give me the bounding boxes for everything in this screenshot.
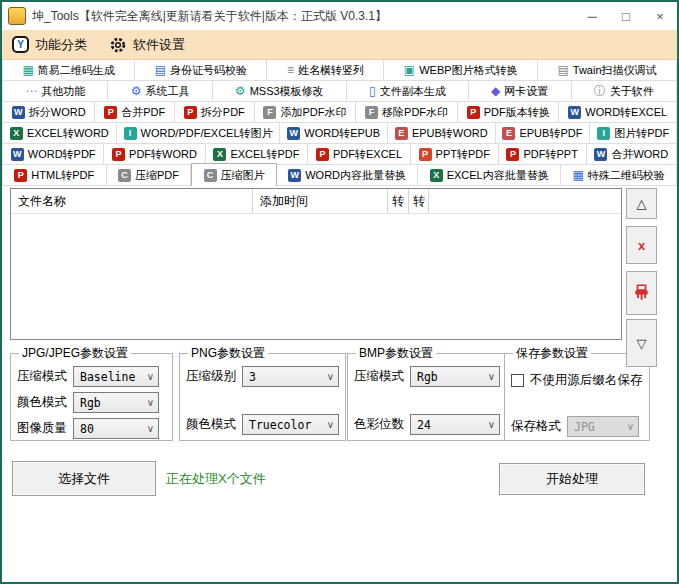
tab-excel-to-pdf[interactable]: XEXCEL转PDF	[206, 144, 309, 165]
move-down-button[interactable]: ▽	[626, 319, 657, 367]
clear-list-button[interactable]	[626, 271, 657, 315]
jpg-color-mode-select[interactable]: Rgb∨	[73, 392, 159, 413]
tab-word-to-epub[interactable]: WWORD转EPUB	[280, 123, 388, 144]
tab-label: PDF转PPT	[523, 147, 577, 162]
bmp-compress-mode-label: 压缩模式	[354, 368, 404, 385]
tab-remove-pdf-watermark[interactable]: F移除PDF水印	[356, 102, 458, 123]
toolbar-item-function-category[interactable]: Y 功能分类	[12, 36, 87, 54]
tab-simple-qr-generate[interactable]: ▦简易二维码生成	[2, 60, 135, 81]
tab-split-word[interactable]: W拆分WORD	[2, 102, 95, 123]
start-processing-label: 开始处理	[546, 470, 598, 488]
tab-split-pdf[interactable]: P拆分PDF	[175, 102, 255, 123]
tab-pdf-to-excel[interactable]: PPDF转EXCEL	[308, 144, 411, 165]
tab-merge-pdf[interactable]: P合并PDF	[95, 102, 175, 123]
pdf-icon: P	[112, 148, 125, 161]
titlebar: 坤_Tools【软件完全离线|更新请看关于软件|版本：正式版 V0.3.1】 ─…	[2, 2, 677, 30]
tab-word-batch-replace[interactable]: WWORD内容批量替换	[277, 165, 418, 186]
tab-excel-batch-replace[interactable]: XEXCEL内容批量替换	[418, 165, 561, 186]
checkbox-label: 不使用源后缀名保存	[530, 372, 643, 389]
field-row: 压缩模式Rgb∨	[354, 366, 500, 387]
tab-image-to-pdf[interactable]: I图片转PDF	[590, 123, 677, 144]
tab-pdf-to-ppt[interactable]: PPDF转PPT	[499, 144, 587, 165]
pdf-icon: P	[506, 148, 519, 161]
tab-merge-word[interactable]: W合并WORD	[587, 144, 677, 165]
tab-excel-to-word[interactable]: XEXCEL转WORD	[2, 123, 117, 144]
select-value: 24	[417, 418, 488, 432]
select-files-button[interactable]: 选择文件	[12, 461, 156, 496]
tab-office-to-image[interactable]: IWORD/PDF/EXCEL转图片	[117, 123, 281, 144]
jpg-image-quality-select[interactable]: 80∨	[73, 418, 159, 439]
pdf-icon: P	[184, 106, 197, 119]
tab-id-number-check[interactable]: ▤身份证号码校验	[135, 60, 267, 81]
bmp-compress-mode-select[interactable]: Rgb∨	[410, 366, 500, 387]
qr-code-icon: ▦	[572, 169, 583, 181]
tab-label: 合并PDF	[121, 105, 165, 120]
pdf-icon: P	[14, 169, 27, 182]
tab-html-to-pdf[interactable]: PHTML转PDF	[2, 165, 107, 186]
toolbar-item-software-settings[interactable]: 软件设置	[109, 36, 185, 54]
tab-word-to-excel[interactable]: WWORD转EXCEL	[559, 102, 677, 123]
word-icon: W	[568, 106, 581, 119]
tab-webp-format-convert[interactable]: ▣WEBP图片格式转换	[384, 60, 538, 81]
checkbox-unchecked-icon[interactable]	[511, 374, 524, 387]
column-header-convert2[interactable]: 转	[409, 189, 429, 213]
tab-other-functions[interactable]: ⋯其他功能	[2, 81, 108, 102]
app-window: 坤_Tools【软件完全离线|更新请看关于软件|版本：正式版 V0.3.1】 ─…	[0, 0, 679, 584]
field-row: 颜色模式Truecolor∨	[186, 414, 339, 435]
tab-system-tools[interactable]: ⚙系统工具	[108, 81, 212, 102]
column-header-convert1[interactable]: 转	[388, 189, 409, 213]
start-processing-button[interactable]: 开始处理	[499, 463, 645, 495]
pdf-icon: P	[316, 148, 329, 161]
tab-label: EPUB转WORD	[412, 126, 488, 141]
gear-icon: ⚙	[235, 85, 246, 97]
tab-about-software[interactable]: ⓘ关于软件	[572, 81, 677, 102]
chevron-down-icon: ∨	[488, 371, 495, 382]
tab-pdf-to-word[interactable]: PPDF转WORD	[104, 144, 205, 165]
tab-word-to-pdf[interactable]: WWORD转PDF	[2, 144, 104, 165]
tab-label: 特殊二维码校验	[588, 168, 665, 183]
close-button[interactable]: ×	[643, 2, 677, 30]
network-icon: ◆	[491, 85, 500, 97]
maximize-button[interactable]: □	[609, 2, 643, 30]
column-header-addtime[interactable]: 添加时间	[253, 189, 388, 213]
watermark-icon: F	[263, 106, 276, 119]
bmp-color-bits-select[interactable]: 24∨	[410, 414, 500, 435]
select-value: 3	[249, 370, 327, 384]
triangle-down-icon: ▽	[637, 336, 647, 351]
tab-pdf-version-convert[interactable]: PPDF版本转换	[458, 102, 560, 123]
remove-file-button[interactable]: x	[626, 226, 657, 264]
window-title: 坤_Tools【软件完全离线|更新请看关于软件|版本：正式版 V0.3.1】	[32, 8, 575, 25]
jpg-compress-mode-select[interactable]: Baseline∨	[73, 366, 159, 387]
tab-special-qr-check[interactable]: ▦特殊二维码校验	[561, 165, 677, 186]
tab-epub-to-pdf[interactable]: EEPUB转PDF	[496, 123, 591, 144]
tab-compress-pdf[interactable]: C压缩PDF	[107, 165, 192, 186]
tab-label: 文件副本生成	[380, 84, 446, 99]
minimize-button[interactable]: ─	[575, 2, 609, 30]
tab-name-horizontal-to-vertical[interactable]: ≡姓名横转竖列	[267, 60, 384, 81]
file-list-body[interactable]	[11, 214, 621, 339]
tab-add-pdf-watermark[interactable]: F添加PDF水印	[255, 102, 357, 123]
tab-twain-scanner-debug[interactable]: ▤Twain扫描仪调试	[538, 60, 677, 81]
png-compress-level-select[interactable]: 3∨	[242, 366, 339, 387]
column-header-filename[interactable]: 文件名称	[11, 189, 253, 213]
word-icon: W	[287, 127, 300, 140]
x-remove-icon: x	[638, 238, 645, 253]
save-format-select[interactable]: JPG ∨	[567, 416, 639, 437]
tab-label: EPUB转PDF	[519, 126, 582, 141]
tab-network-card-settings[interactable]: ◆网卡设置	[469, 81, 572, 102]
tab-label: Twain扫描仪调试	[573, 63, 657, 78]
gear-icon	[109, 36, 127, 54]
png-color-mode-label: 颜色模式	[186, 416, 236, 433]
move-up-button[interactable]: △	[626, 188, 657, 219]
tab-epub-to-word[interactable]: EEPUB转WORD	[388, 123, 496, 144]
tab-compress-image[interactable]: C压缩图片	[191, 163, 277, 186]
png-color-mode-select[interactable]: Truecolor∨	[242, 414, 339, 435]
tab-file-copy-generate[interactable]: ▯文件副本生成	[347, 81, 469, 102]
watermark-icon: F	[365, 106, 378, 119]
tab-ppt-to-pdf[interactable]: PPPT转PDF	[411, 144, 499, 165]
save-format-row: 保存格式 JPG ∨	[511, 416, 643, 437]
tab-label: PDF转WORD	[129, 147, 197, 162]
tab-mss3-template-edit[interactable]: ⚙MSS3模板修改	[213, 81, 347, 102]
tab-label: 添加PDF水印	[280, 105, 346, 120]
tab-label: 网卡设置	[504, 84, 548, 99]
